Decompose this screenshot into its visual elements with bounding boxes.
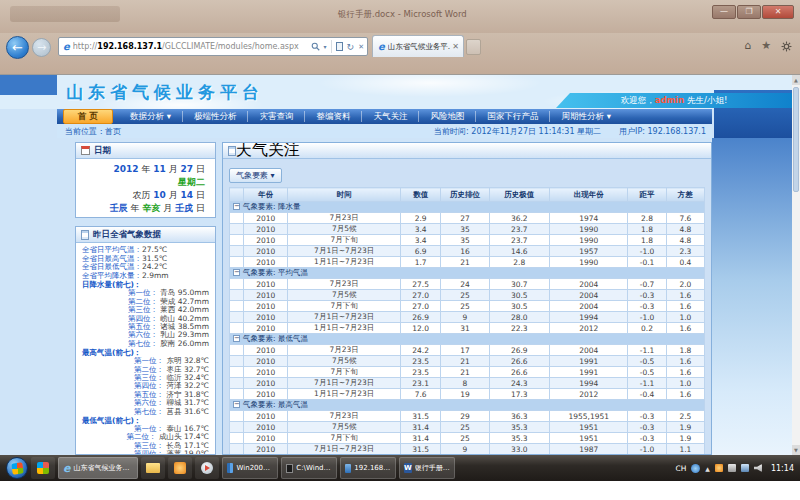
nav-item-国家下行产品[interactable]: 国家下行产品 xyxy=(476,111,550,122)
refresh-icon[interactable]: ↻ xyxy=(347,42,355,52)
cell: 1991 xyxy=(549,367,627,378)
taskbar-window-word[interactable]: W银行手册.docx ... xyxy=(399,457,455,479)
taskbar-clock[interactable]: 11:14 xyxy=(771,464,794,473)
nav-item-灾害查询[interactable]: 灾害查询 xyxy=(248,111,305,122)
taskbar-window-console[interactable]: C:\Windows\s... xyxy=(281,457,337,479)
user-ip: 用户IP: 192.168.137.1 xyxy=(619,126,706,137)
cell: 2.8 xyxy=(489,257,549,268)
cell: 2010 xyxy=(244,301,288,312)
cell: 2004 xyxy=(549,279,627,290)
new-tab-button[interactable] xyxy=(466,39,481,55)
volume-icon[interactable] xyxy=(754,464,762,472)
table-group-row[interactable]: −气象要素: 最高气温 xyxy=(230,400,705,411)
url-text[interactable]: http://192.168.137.1/GLCCLIMATE/modules/… xyxy=(73,42,311,51)
flag-icon[interactable] xyxy=(728,464,736,472)
weather-table-body: −气象要素: 降水量20107月23日2.92736.219742.87.620… xyxy=(230,202,705,456)
show-hidden-icons-arrow[interactable]: ▲ xyxy=(705,465,710,472)
scroll-up-arrow[interactable]: ▲ xyxy=(792,75,800,85)
cell: 3.4 xyxy=(401,235,441,246)
collapse-icon[interactable]: − xyxy=(233,269,240,276)
nav-item-整编资料[interactable]: 整编资料 xyxy=(305,111,362,122)
compatibility-view-icon[interactable] xyxy=(336,42,343,51)
word-icon: W xyxy=(404,463,412,473)
row-expand-cell xyxy=(230,444,244,455)
collapse-icon[interactable]: − xyxy=(233,401,240,408)
cell: 7月下旬 xyxy=(288,235,401,246)
taskbar-window-remote[interactable]: 192.168.59.99... xyxy=(340,457,396,479)
cell: 1974 xyxy=(549,213,627,224)
back-button[interactable]: ← xyxy=(6,36,29,59)
table-group-row[interactable]: −气象要素: 降水量 xyxy=(230,202,705,213)
taskbar-media-app[interactable] xyxy=(195,457,219,479)
settings-gear-icon[interactable] xyxy=(781,41,792,52)
nav-item-周期性分析[interactable]: 周期性分析 ▾ xyxy=(550,111,621,122)
search-icon[interactable] xyxy=(311,42,320,51)
rank-position: 第七位： xyxy=(134,407,164,416)
cell: -1.0 xyxy=(628,312,666,323)
cell: 1.6 xyxy=(666,290,704,301)
close-button[interactable]: ✕ xyxy=(762,5,794,19)
cell: 2010 xyxy=(244,389,288,400)
table-row: 20107月1日~7月23日6.91614.61957-1.02.3 xyxy=(230,246,705,257)
tab-close-icon[interactable]: ✕ xyxy=(452,42,459,51)
nav-item-天气关注[interactable]: 天气关注 xyxy=(362,111,419,122)
collapse-icon[interactable]: − xyxy=(233,335,240,342)
cell: 30.7 xyxy=(489,279,549,290)
cell: 25 xyxy=(441,422,489,433)
maximize-button[interactable]: ❐ xyxy=(737,5,761,19)
update-icon[interactable] xyxy=(715,464,723,472)
cell: 1994 xyxy=(549,378,627,389)
home-icon[interactable]: ⌂ xyxy=(744,39,751,53)
minimize-button[interactable]: — xyxy=(712,5,736,19)
cell: -0.3 xyxy=(628,433,666,444)
cell: 2.8 xyxy=(628,213,666,224)
taskbar-explorer[interactable] xyxy=(141,457,165,479)
safety-icon[interactable] xyxy=(691,464,700,473)
table-group-cell: −气象要素: 平均气温 xyxy=(230,268,705,279)
stop-icon[interactable]: ✕ xyxy=(358,43,364,51)
cell: 28.0 xyxy=(489,312,549,323)
collapse-icon[interactable]: − xyxy=(233,203,240,210)
cell: 31.4 xyxy=(401,422,441,433)
taskbar-ie-window[interactable]: e 山东省气候业务平... xyxy=(58,457,138,479)
table-row: 20107月5候23.52126.61991-0.51.6 xyxy=(230,356,705,367)
cell: 2.5 xyxy=(666,411,704,422)
address-bar[interactable]: e http://192.168.137.1/GLCCLIMATE/module… xyxy=(58,37,368,56)
nav-item-极端性分析[interactable]: 极端性分析 xyxy=(183,111,249,122)
start-button[interactable] xyxy=(6,457,28,479)
cell: 1月1日~7月23日 xyxy=(288,389,401,400)
cell: 1955,1951 xyxy=(549,411,627,422)
cell: 1990 xyxy=(549,235,627,246)
cell: 1.0 xyxy=(666,378,704,389)
nav-item-首 页[interactable]: 首 页 xyxy=(63,109,113,124)
scrollbar-thumb[interactable] xyxy=(793,87,799,192)
cell: 31.5 xyxy=(401,411,441,422)
cell: 2.9 xyxy=(401,213,441,224)
scroll-down-arrow[interactable]: ▼ xyxy=(792,445,800,455)
cell: 23.5 xyxy=(401,367,441,378)
autocomplete-dropdown-icon[interactable]: ▾ xyxy=(324,43,327,50)
taskbar-orange-app[interactable] xyxy=(168,457,192,479)
nav-item-数据分析[interactable]: 数据分析 ▾ xyxy=(119,111,183,122)
network-icon[interactable] xyxy=(741,464,749,472)
row-expand-cell xyxy=(230,312,244,323)
favorites-star-icon[interactable]: ★ xyxy=(761,39,771,53)
nav-item-风险地图[interactable]: 风险地图 xyxy=(419,111,476,122)
browser-tab[interactable]: e 山东省气候业务平... ✕ xyxy=(372,35,464,57)
vertical-scrollbar[interactable]: ▲ ▼ xyxy=(792,75,800,455)
cell: 1月1日~7月23日 xyxy=(288,323,401,334)
table-group-row[interactable]: −气象要素: 平均气温 xyxy=(230,268,705,279)
table-group-row[interactable]: −气象要素: 最低气温 xyxy=(230,334,705,345)
cell: 1991 xyxy=(549,356,627,367)
taskbar-window-winlogo[interactable]: Win2008 (VS2... xyxy=(222,457,278,479)
taskbar-pinned-app[interactable] xyxy=(31,457,55,479)
cell: -1.1 xyxy=(628,345,666,356)
forward-button[interactable]: → xyxy=(32,38,51,57)
cell: 1.9 xyxy=(666,433,704,444)
row-expand-cell xyxy=(230,389,244,400)
table-row: 20107月5候31.42535.31951-0.31.9 xyxy=(230,422,705,433)
cell: 2010 xyxy=(244,246,288,257)
language-indicator[interactable]: CH xyxy=(675,464,686,473)
element-filter-button[interactable]: 气象要素 ▾ xyxy=(229,168,282,183)
cell: 24.2 xyxy=(401,345,441,356)
